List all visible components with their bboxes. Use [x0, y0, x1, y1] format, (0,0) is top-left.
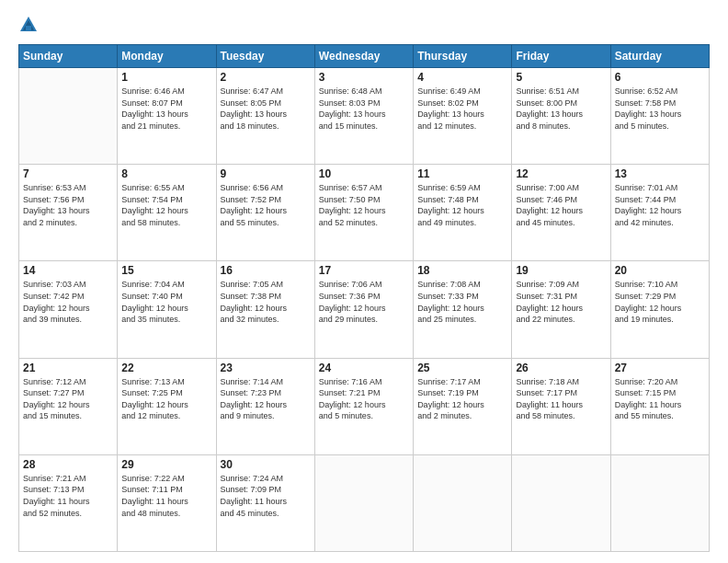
- calendar-cell: 3Sunrise: 6:48 AMSunset: 8:03 PMDaylight…: [314, 68, 413, 165]
- calendar-cell: 7Sunrise: 6:53 AMSunset: 7:56 PMDaylight…: [19, 165, 118, 261]
- calendar-cell: [414, 454, 512, 551]
- day-number: 10: [319, 167, 409, 180]
- cell-info: Sunrise: 6:56 AMSunset: 7:52 PMDaylight:…: [221, 182, 311, 228]
- calendar-cell: 4Sunrise: 6:49 AMSunset: 8:02 PMDaylight…: [414, 68, 512, 165]
- cell-info: Sunrise: 7:24 AMSunset: 7:09 PMDaylight:…: [221, 473, 311, 519]
- calendar-week-2: 7Sunrise: 6:53 AMSunset: 7:56 PMDaylight…: [19, 165, 710, 261]
- cell-info: Sunrise: 7:12 AMSunset: 7:27 PMDaylight:…: [23, 376, 113, 422]
- calendar-cell: 5Sunrise: 6:51 AMSunset: 8:00 PMDaylight…: [512, 68, 610, 165]
- calendar-cell: 21Sunrise: 7:12 AMSunset: 7:27 PMDayligh…: [19, 358, 118, 454]
- calendar-cell: 19Sunrise: 7:09 AMSunset: 7:31 PMDayligh…: [512, 261, 610, 358]
- cell-info: Sunrise: 7:01 AMSunset: 7:44 PMDaylight:…: [615, 182, 705, 228]
- weekday-row: SundayMondayTuesdayWednesdayThursdayFrid…: [19, 45, 710, 68]
- cell-info: Sunrise: 7:03 AMSunset: 7:42 PMDaylight:…: [23, 279, 113, 325]
- cell-info: Sunrise: 7:16 AMSunset: 7:21 PMDaylight:…: [319, 376, 409, 422]
- cell-info: Sunrise: 6:47 AMSunset: 8:05 PMDaylight:…: [221, 86, 311, 132]
- calendar-cell: 14Sunrise: 7:03 AMSunset: 7:42 PMDayligh…: [19, 261, 118, 358]
- weekday-header-wednesday: Wednesday: [314, 45, 413, 68]
- cell-info: Sunrise: 7:18 AMSunset: 7:17 PMDaylight:…: [516, 376, 606, 422]
- calendar-cell: [512, 454, 610, 551]
- day-number: 21: [23, 362, 113, 374]
- cell-info: Sunrise: 7:04 AMSunset: 7:40 PMDaylight:…: [121, 279, 211, 325]
- calendar-cell: 23Sunrise: 7:14 AMSunset: 7:23 PMDayligh…: [216, 358, 314, 454]
- page: SundayMondayTuesdayWednesdayThursdayFrid…: [0, 0, 728, 563]
- calendar-cell: 18Sunrise: 7:08 AMSunset: 7:33 PMDayligh…: [414, 261, 512, 358]
- calendar-cell: [314, 454, 413, 551]
- day-number: 15: [121, 264, 211, 277]
- day-number: 9: [221, 167, 311, 180]
- calendar-week-4: 21Sunrise: 7:12 AMSunset: 7:27 PMDayligh…: [19, 358, 710, 454]
- calendar-week-5: 28Sunrise: 7:21 AMSunset: 7:13 PMDayligh…: [19, 454, 710, 551]
- day-number: 5: [516, 71, 606, 84]
- cell-info: Sunrise: 7:09 AMSunset: 7:31 PMDaylight:…: [516, 279, 606, 325]
- logo: [18, 15, 42, 35]
- calendar-header: SundayMondayTuesdayWednesdayThursdayFrid…: [19, 45, 710, 68]
- cell-info: Sunrise: 6:55 AMSunset: 7:54 PMDaylight:…: [121, 182, 211, 228]
- weekday-header-monday: Monday: [118, 45, 216, 68]
- day-number: 25: [417, 362, 507, 374]
- calendar-cell: 11Sunrise: 6:59 AMSunset: 7:48 PMDayligh…: [414, 165, 512, 261]
- calendar-cell: 17Sunrise: 7:06 AMSunset: 7:36 PMDayligh…: [314, 261, 413, 358]
- calendar-cell: 1Sunrise: 6:46 AMSunset: 8:07 PMDaylight…: [118, 68, 216, 165]
- day-number: 22: [121, 362, 211, 374]
- cell-info: Sunrise: 6:57 AMSunset: 7:50 PMDaylight:…: [319, 182, 409, 228]
- day-number: 20: [615, 264, 705, 277]
- calendar-table: SundayMondayTuesdayWednesdayThursdayFrid…: [18, 44, 710, 552]
- cell-info: Sunrise: 6:46 AMSunset: 8:07 PMDaylight:…: [121, 86, 211, 132]
- day-number: 12: [516, 167, 606, 180]
- day-number: 18: [417, 264, 507, 277]
- calendar-cell: 20Sunrise: 7:10 AMSunset: 7:29 PMDayligh…: [610, 261, 709, 358]
- cell-info: Sunrise: 6:52 AMSunset: 7:58 PMDaylight:…: [615, 86, 705, 132]
- calendar-cell: 8Sunrise: 6:55 AMSunset: 7:54 PMDaylight…: [118, 165, 216, 261]
- calendar-cell: 6Sunrise: 6:52 AMSunset: 7:58 PMDaylight…: [610, 68, 709, 165]
- cell-info: Sunrise: 7:21 AMSunset: 7:13 PMDaylight:…: [23, 473, 113, 519]
- calendar-body: 1Sunrise: 6:46 AMSunset: 8:07 PMDaylight…: [19, 68, 710, 552]
- day-number: 27: [615, 362, 705, 374]
- day-number: 26: [516, 362, 606, 374]
- calendar-week-3: 14Sunrise: 7:03 AMSunset: 7:42 PMDayligh…: [19, 261, 710, 358]
- weekday-header-saturday: Saturday: [610, 45, 709, 68]
- cell-info: Sunrise: 7:14 AMSunset: 7:23 PMDaylight:…: [221, 376, 311, 422]
- cell-info: Sunrise: 7:22 AMSunset: 7:11 PMDaylight:…: [121, 473, 211, 519]
- day-number: 4: [417, 71, 507, 84]
- day-number: 2: [221, 71, 311, 84]
- day-number: 11: [417, 167, 507, 180]
- weekday-header-tuesday: Tuesday: [216, 45, 314, 68]
- calendar-cell: 22Sunrise: 7:13 AMSunset: 7:25 PMDayligh…: [118, 358, 216, 454]
- cell-info: Sunrise: 7:20 AMSunset: 7:15 PMDaylight:…: [615, 376, 705, 422]
- day-number: 17: [319, 264, 409, 277]
- day-number: 29: [121, 458, 211, 471]
- calendar-cell: 15Sunrise: 7:04 AMSunset: 7:40 PMDayligh…: [118, 261, 216, 358]
- calendar-cell: 24Sunrise: 7:16 AMSunset: 7:21 PMDayligh…: [314, 358, 413, 454]
- calendar-cell: 26Sunrise: 7:18 AMSunset: 7:17 PMDayligh…: [512, 358, 610, 454]
- cell-info: Sunrise: 6:59 AMSunset: 7:48 PMDaylight:…: [417, 182, 507, 228]
- calendar-cell: 28Sunrise: 7:21 AMSunset: 7:13 PMDayligh…: [19, 454, 118, 551]
- cell-info: Sunrise: 7:17 AMSunset: 7:19 PMDaylight:…: [417, 376, 507, 422]
- weekday-header-thursday: Thursday: [414, 45, 512, 68]
- day-number: 1: [121, 71, 211, 84]
- day-number: 19: [516, 264, 606, 277]
- calendar-cell: [610, 454, 709, 551]
- svg-rect-2: [26, 26, 31, 30]
- calendar-week-1: 1Sunrise: 6:46 AMSunset: 8:07 PMDaylight…: [19, 68, 710, 165]
- cell-info: Sunrise: 7:10 AMSunset: 7:29 PMDaylight:…: [615, 279, 705, 325]
- calendar-cell: 2Sunrise: 6:47 AMSunset: 8:05 PMDaylight…: [216, 68, 314, 165]
- weekday-header-sunday: Sunday: [19, 45, 118, 68]
- calendar-cell: 12Sunrise: 7:00 AMSunset: 7:46 PMDayligh…: [512, 165, 610, 261]
- cell-info: Sunrise: 6:53 AMSunset: 7:56 PMDaylight:…: [23, 182, 113, 228]
- cell-info: Sunrise: 7:13 AMSunset: 7:25 PMDaylight:…: [121, 376, 211, 422]
- cell-info: Sunrise: 7:05 AMSunset: 7:38 PMDaylight:…: [221, 279, 311, 325]
- day-number: 8: [121, 167, 211, 180]
- cell-info: Sunrise: 6:48 AMSunset: 8:03 PMDaylight:…: [319, 86, 409, 132]
- calendar-cell: 30Sunrise: 7:24 AMSunset: 7:09 PMDayligh…: [216, 454, 314, 551]
- cell-info: Sunrise: 7:00 AMSunset: 7:46 PMDaylight:…: [516, 182, 606, 228]
- header: [18, 15, 710, 35]
- calendar-cell: 25Sunrise: 7:17 AMSunset: 7:19 PMDayligh…: [414, 358, 512, 454]
- calendar-cell: 13Sunrise: 7:01 AMSunset: 7:44 PMDayligh…: [610, 165, 709, 261]
- calendar-cell: 27Sunrise: 7:20 AMSunset: 7:15 PMDayligh…: [610, 358, 709, 454]
- day-number: 14: [23, 264, 113, 277]
- calendar-cell: 29Sunrise: 7:22 AMSunset: 7:11 PMDayligh…: [118, 454, 216, 551]
- weekday-header-friday: Friday: [512, 45, 610, 68]
- calendar-cell: 10Sunrise: 6:57 AMSunset: 7:50 PMDayligh…: [314, 165, 413, 261]
- day-number: 16: [221, 264, 311, 277]
